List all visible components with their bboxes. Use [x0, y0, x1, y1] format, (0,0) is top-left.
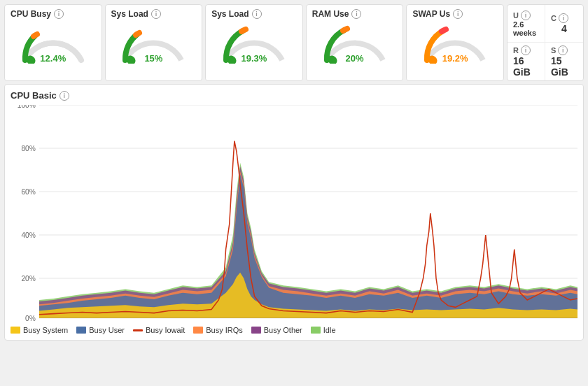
- legend-busy-system-label: Busy System: [23, 326, 68, 334]
- legend-busy-iowait: Busy Iowait: [133, 326, 185, 334]
- sys-load-1-card: Sys Load i 15%: [105, 4, 203, 81]
- sys-load-1-info-icon[interactable]: i: [151, 9, 161, 19]
- swap-use-value: 19.2%: [442, 53, 468, 64]
- chart-section: CPU Basic i 100% 80% 60% 40% 20% 0%: [4, 84, 584, 341]
- sys-load-2-gauge: 19.3%: [219, 22, 289, 64]
- cpu-busy-card: CPU Busy i 12.4%: [4, 4, 102, 81]
- info-cards: U i 2.6 weeks C i 4 R i 16 GiB S i 15 Gi…: [507, 4, 584, 81]
- swap-use-info-icon[interactable]: i: [453, 9, 463, 19]
- cpu-count-info-icon[interactable]: i: [559, 13, 568, 23]
- ram-use-gauge: 20%: [320, 22, 390, 64]
- svg-marker-20: [39, 174, 578, 318]
- swap-use-title: SWAP Us i: [412, 9, 463, 19]
- svg-text:40%: 40%: [21, 231, 35, 239]
- cpu-busy-title: CPU Busy i: [10, 9, 64, 19]
- legend-busy-user-label: Busy User: [89, 326, 125, 334]
- top-metrics-row: CPU Busy i 12.4% Sys Load i: [0, 0, 588, 84]
- chart-container: 100% 80% 60% 40% 20% 0%: [10, 105, 578, 322]
- legend-busy-other-label: Busy Other: [264, 326, 302, 334]
- sys-load-1-gauge: 15%: [118, 22, 188, 64]
- legend-busy-system: Busy System: [10, 326, 68, 334]
- legend-busy-irqs-color: [193, 327, 203, 334]
- cpu-count-value: 4: [561, 23, 567, 34]
- svg-text:100%: 100%: [18, 105, 36, 109]
- svg-text:0%: 0%: [25, 315, 36, 322]
- chart-legend: Busy System Busy User Busy Iowait Busy I…: [10, 326, 578, 334]
- sys-load-2-value: 19.3%: [241, 53, 267, 64]
- swap-total-info-icon[interactable]: i: [558, 45, 568, 55]
- legend-busy-iowait-color: [133, 329, 143, 331]
- legend-busy-system-color: [10, 327, 20, 334]
- ram-total-value: 16 GiB: [513, 55, 539, 78]
- legend-idle: Idle: [311, 326, 336, 334]
- svg-text:20%: 20%: [21, 275, 35, 283]
- svg-text:80%: 80%: [21, 145, 35, 152]
- ram-total-info-icon[interactable]: i: [521, 45, 531, 55]
- ram-use-info-icon[interactable]: i: [351, 9, 361, 19]
- cpu-basic-chart-svg: 100% 80% 60% 40% 20% 0%: [10, 105, 578, 322]
- legend-busy-irqs-label: Busy IRQs: [206, 326, 243, 334]
- sys-load-1-title: Sys Load i: [111, 9, 161, 19]
- cpu-busy-value: 12.4%: [40, 53, 66, 64]
- cpu-count-cell: C i 4: [545, 5, 583, 43]
- swap-total-cell: S i 15 GiB: [545, 43, 583, 80]
- cpu-busy-gauge: 12.4%: [18, 22, 88, 64]
- sys-load-2-info-icon[interactable]: i: [252, 9, 262, 19]
- legend-busy-iowait-label: Busy Iowait: [146, 326, 185, 334]
- sys-load-2-card: Sys Load i 19.3%: [205, 4, 303, 81]
- legend-idle-label: Idle: [323, 326, 336, 334]
- ram-total-cell: R i 16 GiB: [507, 43, 545, 80]
- swap-use-gauge: 19.2%: [420, 22, 490, 64]
- svg-text:60%: 60%: [21, 188, 35, 196]
- chart-info-icon[interactable]: i: [59, 91, 69, 101]
- ram-use-title: RAM Use i: [312, 9, 362, 19]
- chart-title: CPU Basic i: [10, 90, 578, 101]
- legend-busy-irqs: Busy IRQs: [193, 326, 243, 334]
- swap-total-value: 15 GiB: [551, 55, 578, 78]
- legend-busy-user-color: [76, 327, 86, 334]
- uptime-value: 2.6 weeks: [513, 20, 539, 37]
- legend-busy-other: Busy Other: [251, 326, 302, 334]
- cpu-busy-info-icon[interactable]: i: [54, 9, 64, 19]
- legend-idle-color: [311, 327, 321, 334]
- ram-use-value: 20%: [346, 53, 364, 64]
- sys-load-1-value: 15%: [144, 53, 162, 64]
- sys-load-2-title: Sys Load i: [211, 9, 261, 19]
- legend-busy-user: Busy User: [76, 326, 125, 334]
- uptime-cell: U i 2.6 weeks: [507, 5, 545, 43]
- legend-busy-other-color: [251, 327, 261, 334]
- uptime-info-icon[interactable]: i: [521, 10, 531, 20]
- ram-use-card: RAM Use i 20%: [306, 4, 404, 81]
- swap-use-card: SWAP Us i 19.2%: [406, 4, 504, 81]
